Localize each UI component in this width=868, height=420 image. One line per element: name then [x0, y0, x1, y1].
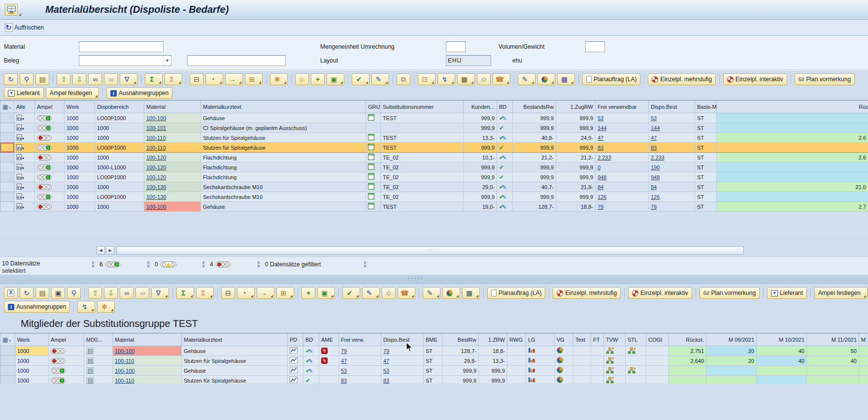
scrollbar-track[interactable]: ⋅⋅⋅: [116, 246, 744, 255]
edit-doc-button[interactable]: ✎: [423, 287, 440, 299]
quantity-link[interactable]: 53: [598, 115, 603, 121]
insert-row-button[interactable]: ▣: [327, 73, 344, 85]
quantity-link[interactable]: 0: [598, 164, 601, 170]
quantity-link[interactable]: 126: [598, 194, 606, 200]
cell-lg[interactable]: [526, 356, 555, 366]
graphic-button[interactable]: ✻: [270, 73, 288, 85]
cell-gru[interactable]: [366, 192, 381, 202]
cell-tvw[interactable]: [604, 366, 626, 376]
cell-vg[interactable]: [555, 346, 573, 356]
material-link[interactable]: 100-130: [146, 184, 166, 190]
choose-layout-button[interactable]: ⊞: [276, 287, 294, 299]
quantity-link[interactable]: 53: [383, 368, 389, 374]
cell-md[interactable]: ▤: [84, 356, 113, 366]
material-overview-cell[interactable]: [14, 143, 35, 153]
cell-md[interactable]: ▤: [84, 346, 113, 356]
column-header-bd[interactable]: BD: [497, 101, 513, 113]
ausnahmegruppen-button[interactable]: iAusnahmegruppen: [106, 87, 172, 99]
material-link[interactable]: 100-120: [146, 174, 166, 180]
material-link[interactable]: 100-101: [146, 125, 166, 131]
table-edit-button[interactable]: ▦: [557, 73, 575, 85]
select-all-icon[interactable]: ▦↘: [2, 103, 11, 110]
users-button[interactable]: ☺: [382, 287, 396, 299]
sort-asc-button[interactable]: ⇧: [57, 73, 70, 85]
material-link[interactable]: 100-100: [115, 348, 134, 354]
cell-gru[interactable]: [366, 113, 381, 123]
display-change-button[interactable]: ✎: [371, 73, 389, 85]
row-selector[interactable]: [0, 133, 14, 143]
row-selector[interactable]: [0, 346, 15, 356]
material-link[interactable]: 100-110: [146, 145, 166, 151]
row-selector[interactable]: [0, 172, 14, 182]
row-selector[interactable]: [0, 356, 15, 366]
row-selector[interactable]: [0, 113, 14, 123]
column-header-bme[interactable]: BME: [424, 334, 442, 346]
einzelpl-mehrstufig-button[interactable]: Einzelpl. mehrstufig: [648, 73, 716, 85]
quantity-link[interactable]: 948: [598, 174, 606, 180]
beleg-combobox[interactable]: ▼: [79, 55, 171, 66]
quantity-link[interactable]: 79: [383, 348, 389, 354]
select-all-icon[interactable]: ▦↘: [2, 336, 11, 343]
column-header-rwg[interactable]: RWG: [507, 334, 526, 346]
sum-button[interactable]: Σ: [176, 287, 194, 299]
plan-vormerkung-button[interactable]: 6∂Plan.vormerkung: [700, 287, 760, 299]
cell-stl[interactable]: [626, 366, 646, 376]
find-button[interactable]: ⚲: [20, 73, 33, 85]
splitter-handle-icon[interactable]: ⋅⋅⋅⋅⋅: [408, 277, 424, 280]
excel-button[interactable]: X: [4, 287, 18, 299]
cell-stl[interactable]: [626, 346, 646, 356]
quantity-link[interactable]: 144: [651, 125, 660, 131]
cell-gru[interactable]: [366, 182, 381, 192]
column-header-frei[interactable]: Frei verw.: [339, 334, 381, 346]
save-button[interactable]: ▣: [51, 287, 65, 299]
cell-tvw[interactable]: [604, 376, 626, 384]
quantity-link[interactable]: 79: [598, 204, 603, 210]
einzelpl-interaktiv-button[interactable]: Einzelpl. interaktiv: [628, 287, 692, 299]
material-link[interactable]: 100-110: [115, 378, 134, 384]
material-overview-cell[interactable]: [14, 123, 35, 133]
cell-tvw[interactable]: [604, 346, 626, 356]
filter-button[interactable]: ∇: [120, 73, 137, 85]
cell-pd[interactable]: [288, 346, 303, 356]
row-selector[interactable]: [0, 376, 15, 384]
cell-gru[interactable]: [366, 133, 381, 143]
cell-gru[interactable]: [366, 172, 381, 182]
quantity-link[interactable]: 47: [651, 135, 657, 141]
row-selector[interactable]: [0, 143, 14, 153]
sort-asc-button[interactable]: ⇧: [88, 287, 102, 299]
column-header-ampel[interactable]: Ampel: [49, 334, 84, 346]
column-header-disp[interactable]: Dispo.Best: [381, 334, 424, 346]
chart-button[interactable]: ↯: [77, 301, 95, 313]
column-header-mat[interactable]: Material: [113, 334, 182, 346]
announce-button[interactable]: ☎: [398, 287, 415, 299]
chart-button[interactable]: ↯: [437, 73, 455, 85]
quantity-link[interactable]: 83: [341, 378, 347, 384]
export-button[interactable]: →: [225, 73, 243, 85]
material-link[interactable]: 100-100: [146, 204, 166, 210]
export-button[interactable]: →: [257, 287, 274, 299]
cell-vg[interactable]: [555, 366, 573, 376]
scrollbar-thumb[interactable]: ⋅⋅⋅: [117, 247, 743, 254]
einzelpl-interaktiv-button[interactable]: Einzelpl. interaktiv: [723, 73, 787, 85]
material-overview-cell[interactable]: [14, 172, 35, 182]
cell-lg[interactable]: [526, 376, 555, 384]
column-header-gru[interactable]: GRU: [366, 101, 381, 113]
spin-control[interactable]: ∧∨: [255, 261, 262, 268]
quantity-link[interactable]: 83: [383, 378, 389, 384]
planauftrag-la--button[interactable]: Planauftrag (LA): [487, 287, 545, 299]
column-header-alle[interactable]: Alle: [14, 101, 35, 113]
row-selector[interactable]: [0, 202, 14, 212]
print-button[interactable]: ⊟: [221, 287, 235, 299]
search-next-button[interactable]: ∞: [104, 73, 118, 85]
scroll-left-icon[interactable]: ◀: [97, 246, 105, 255]
quantity-link[interactable]: 53: [341, 368, 347, 374]
column-header-kun[interactable]: Kunden...: [464, 101, 497, 113]
graphic-button[interactable]: ✻: [97, 301, 115, 313]
spin-control[interactable]: ∧∨: [200, 261, 207, 268]
column-header-werk[interactable]: Werk: [15, 334, 49, 346]
material-link[interactable]: 100-120: [146, 164, 166, 170]
ampel-festlegen-button[interactable]: Ampel festlegen: [46, 87, 99, 99]
column-header-m09[interactable]: M 09/2021: [706, 334, 757, 346]
cell-md[interactable]: ▤: [84, 376, 113, 384]
spin-control[interactable]: ∧∨: [362, 261, 368, 268]
